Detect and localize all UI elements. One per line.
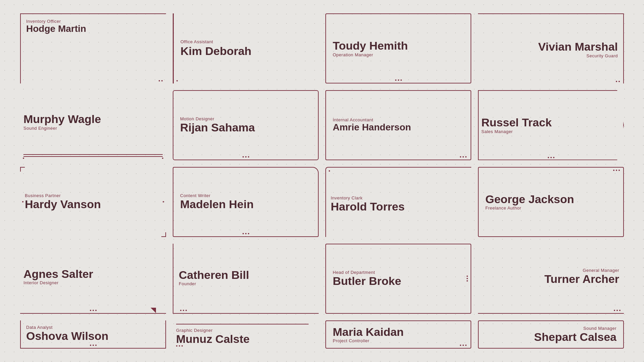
dot (619, 81, 620, 82)
dot (176, 345, 177, 347)
dot (245, 156, 247, 158)
dot (162, 158, 163, 159)
murphy-lines (23, 154, 163, 157)
card-agnes: Agnes Salter Interior Designer (20, 244, 166, 314)
card-harold: Inventory Clark Harold Torres (325, 167, 471, 237)
toudy-title: Operation Manager (333, 52, 373, 57)
dot (93, 310, 94, 311)
dot (90, 310, 91, 311)
card-george: George Jackson Freelance Author (478, 167, 624, 237)
russel-name: Russel Track (481, 116, 552, 129)
maria-title: Project Controller (333, 338, 369, 343)
dot (243, 156, 244, 158)
murphy-dot-right (162, 158, 163, 159)
toudy-dots (395, 79, 402, 81)
murphy-title: Sound Engineer (23, 126, 57, 131)
dot (329, 170, 330, 172)
dot (616, 81, 617, 82)
munuz-line (176, 324, 309, 324)
dot (93, 345, 94, 346)
murphy-dot-left (23, 158, 24, 159)
dot (619, 310, 621, 311)
rijan-title: Motion Designer (180, 116, 214, 121)
dot (619, 170, 620, 171)
dot (613, 170, 614, 171)
dot (183, 310, 184, 311)
dot (550, 157, 552, 158)
card-amrie: Internal Accountant Amrie Handerson (325, 90, 471, 160)
harold-title: Inventory Clark (331, 195, 363, 200)
toudy-name: Toudy Hemith (333, 40, 408, 52)
munuz-dots (176, 345, 183, 347)
george-title: Freelance Author (485, 205, 521, 210)
hodge-title: Inventory Officer (26, 19, 61, 24)
dot (463, 156, 464, 158)
dot (467, 276, 468, 277)
agnes-name: Agnes Salter (23, 268, 93, 280)
agnes-title: Interior Designer (23, 280, 59, 285)
madelen-name: Madelen Hein (180, 198, 254, 210)
card-maria: Maria Kaidan Project Controller (325, 320, 471, 349)
hodge-name: Hodge Martin (26, 24, 86, 34)
card-hodge: Inventory Officer Hodge Martin (20, 13, 166, 83)
munuz-name: Munuz Calste (176, 333, 250, 345)
vivian-title: Security Guard (586, 53, 618, 58)
butler-dots (467, 276, 468, 282)
rijan-dots (243, 156, 249, 158)
oshova-dots (90, 345, 97, 346)
oshova-name: Oshova Wilson (26, 330, 108, 342)
kim-title: Office Assistant (180, 39, 213, 44)
dot (248, 233, 249, 234)
card-catheren: Catheren Bill Founder (173, 244, 319, 314)
card-murphy: Murphy Wagle Sound Engineer (20, 90, 166, 160)
card-rijan: Motion Designer Rijan Sahama (173, 90, 319, 160)
card-shepart: Sound Manager Shepart Calsea (478, 320, 624, 349)
hardy-dot-left (22, 201, 23, 202)
dot (180, 310, 181, 311)
dot (161, 80, 163, 81)
hodge-dots (159, 80, 163, 81)
madelen-dots (243, 233, 249, 234)
dot (243, 233, 244, 234)
hardy-corner-br (161, 232, 166, 237)
catheren-title: Founder (179, 281, 196, 286)
shepart-title: Sound Manager (583, 326, 616, 331)
kim-name: Kim Deborah (180, 45, 252, 57)
shepart-name: Shepart Calsea (534, 331, 616, 343)
dot (553, 157, 554, 158)
dot (467, 278, 468, 279)
dot (614, 310, 615, 311)
dot (159, 80, 160, 81)
hardy-title: Business Partner (25, 193, 61, 198)
harold-dot (329, 170, 330, 172)
dot (616, 310, 618, 311)
dot (467, 280, 468, 282)
harold-name: Harold Torres (331, 200, 405, 213)
card-toudy: Toudy Hemith Operation Manager (325, 13, 471, 83)
turner-dots (614, 310, 621, 311)
agnes-dots (90, 310, 97, 311)
dot (465, 345, 467, 346)
kim-dots (176, 80, 178, 81)
hardy-dot-right (163, 201, 164, 202)
murphy-line1 (23, 154, 163, 155)
dot (400, 79, 402, 81)
dot (463, 345, 464, 346)
george-dots (613, 170, 620, 171)
hardy-corner-tl (20, 167, 25, 172)
dot (95, 345, 97, 346)
rijan-name: Rijan Sahama (180, 121, 255, 134)
munuz-title: Graphic Designer (176, 328, 213, 333)
card-russel: Russel Track Sales Manager (478, 90, 624, 160)
dot (22, 201, 23, 202)
card-kim: Office Assistant Kim Deborah (173, 13, 319, 83)
dot (176, 80, 178, 81)
russel-dots (548, 157, 554, 158)
dot (460, 345, 461, 346)
madelen-title: Content Writer (180, 193, 211, 198)
amrie-title: Internal Accountant (333, 117, 373, 122)
maria-name: Maria Kaidan (333, 326, 404, 338)
vivian-name: Vivian Marshal (538, 41, 618, 53)
dot (395, 79, 396, 81)
dot (95, 310, 97, 311)
